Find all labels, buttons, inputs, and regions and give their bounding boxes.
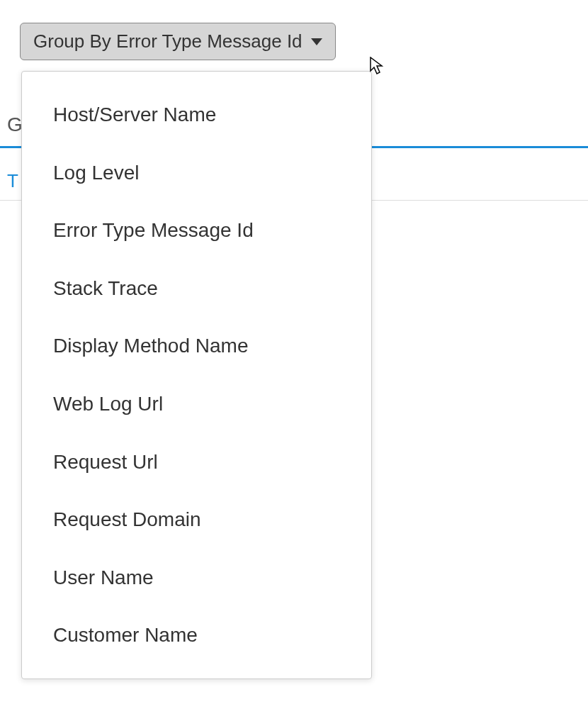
dropdown-option-customer-name[interactable]: Customer Name [22,606,371,664]
caret-down-icon [311,38,322,45]
dropdown-option-user-name[interactable]: User Name [22,549,371,607]
dropdown-option-error-type-message-id[interactable]: Error Type Message Id [22,201,371,259]
dropdown-option-display-method-name[interactable]: Display Method Name [22,317,371,375]
dropdown-option-request-url[interactable]: Request Url [22,433,371,491]
group-by-dropdown-menu: Host/Server Name Log Level Error Type Me… [21,71,372,679]
cursor-arrow-icon [370,57,385,78]
dropdown-option-stack-trace[interactable]: Stack Trace [22,259,371,318]
tab-partial[interactable]: T [7,170,18,192]
dropdown-option-web-log-url[interactable]: Web Log Url [22,375,371,433]
page-header-partial: G [7,113,23,136]
dropdown-option-host-server-name[interactable]: Host/Server Name [22,86,371,144]
dropdown-option-request-domain[interactable]: Request Domain [22,491,371,549]
group-by-dropdown-button[interactable]: Group By Error Type Message Id [20,23,336,60]
group-by-button-label: Group By Error Type Message Id [33,30,303,52]
dropdown-option-log-level[interactable]: Log Level [22,144,371,202]
